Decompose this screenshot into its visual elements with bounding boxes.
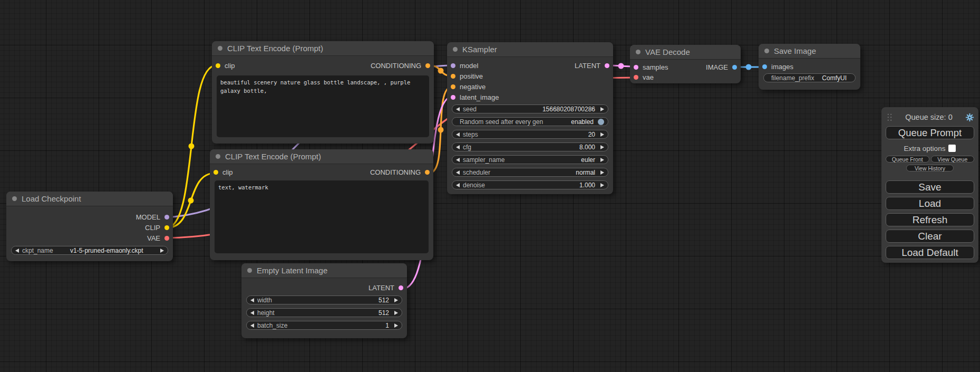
queue-front-button[interactable]: Queue Front xyxy=(886,156,929,163)
decrement-arrow-icon[interactable] xyxy=(456,183,460,187)
increment-arrow-icon[interactable] xyxy=(394,298,398,302)
input-port-samples[interactable] xyxy=(634,65,638,70)
input-label: images xyxy=(771,63,793,71)
output-port-model[interactable] xyxy=(164,215,169,220)
input-port-images[interactable] xyxy=(762,64,767,69)
node-title-bar[interactable]: CLIP Text Encode (Prompt) xyxy=(212,41,434,56)
sampler-name-widget[interactable]: sampler_name euler xyxy=(452,155,608,164)
decrement-arrow-icon[interactable] xyxy=(250,323,254,328)
widget-value: 20 xyxy=(481,131,597,138)
node-title: CLIP Text Encode (Prompt) xyxy=(227,44,323,53)
node-clip-text-encode-positive[interactable]: CLIP Text Encode (Prompt) clip CONDITION… xyxy=(212,41,434,144)
input-port-clip[interactable] xyxy=(214,170,218,175)
extra-options-checkbox[interactable] xyxy=(948,145,956,152)
clear-button[interactable]: Clear xyxy=(886,230,974,243)
input-port-vae[interactable] xyxy=(634,75,638,80)
collapse-dot-icon[interactable] xyxy=(636,50,641,54)
output-port-latent[interactable] xyxy=(605,63,609,68)
node-clip-text-encode-negative[interactable]: CLIP Text Encode (Prompt) clip CONDITION… xyxy=(210,149,433,260)
increment-arrow-icon[interactable] xyxy=(600,158,604,162)
cfg-widget[interactable]: cfg 8.000 xyxy=(452,142,608,151)
load-button[interactable]: Load xyxy=(886,197,974,210)
node-title-bar[interactable]: CLIP Text Encode (Prompt) xyxy=(210,149,433,164)
input-port-latent-image[interactable] xyxy=(451,95,455,100)
decrement-arrow-icon[interactable] xyxy=(456,145,460,149)
view-history-button[interactable]: View History xyxy=(906,165,954,171)
collapse-dot-icon[interactable] xyxy=(216,154,220,159)
output-port-latent[interactable] xyxy=(399,285,403,290)
node-vae-decode[interactable]: VAE Decode samples IMAGE vae xyxy=(630,45,741,83)
output-label: LATENT xyxy=(368,284,394,292)
drag-handle-icon[interactable] xyxy=(887,113,892,122)
widget-value: 512 xyxy=(275,297,391,304)
widget-label: denoise xyxy=(463,182,485,189)
prompt-text-area[interactable]: text, watermark xyxy=(215,180,429,253)
height-widget[interactable]: height 512 xyxy=(246,308,402,317)
prompt-text-area[interactable]: beautiful scenery nature glass bottle la… xyxy=(217,75,429,137)
link-midpoint-dot xyxy=(438,68,444,74)
decrement-arrow-icon[interactable] xyxy=(250,298,254,302)
input-label: negative xyxy=(460,83,486,91)
widget-label: height xyxy=(257,309,275,317)
widget-value: 1.000 xyxy=(488,182,597,189)
increment-arrow-icon[interactable] xyxy=(600,183,604,187)
toggle-dot-icon[interactable] xyxy=(598,119,604,125)
scheduler-widget[interactable]: scheduler normal xyxy=(452,168,608,177)
collapse-dot-icon[interactable] xyxy=(12,196,17,201)
increment-arrow-icon[interactable] xyxy=(394,311,398,315)
output-port-vae[interactable] xyxy=(164,236,169,241)
collapse-dot-icon[interactable] xyxy=(218,46,222,51)
decrement-arrow-icon[interactable] xyxy=(456,132,460,137)
filename-prefix-widget[interactable]: filename_prefix ComfyUI xyxy=(763,73,856,82)
increment-arrow-icon[interactable] xyxy=(600,132,604,137)
output-port-clip[interactable] xyxy=(164,225,169,230)
view-queue-button[interactable]: View Queue xyxy=(931,156,975,163)
input-port-clip[interactable] xyxy=(216,63,220,68)
save-button[interactable]: Save xyxy=(886,180,974,194)
decrement-arrow-icon[interactable] xyxy=(15,249,19,253)
output-port-conditioning[interactable] xyxy=(425,63,430,68)
widget-value: 512 xyxy=(278,309,391,317)
collapse-dot-icon[interactable] xyxy=(247,268,252,273)
input-port-negative[interactable] xyxy=(451,84,455,89)
settings-gear-icon[interactable] xyxy=(965,113,974,122)
node-title-bar[interactable]: VAE Decode xyxy=(630,45,741,60)
decrement-arrow-icon[interactable] xyxy=(456,107,460,111)
refresh-button[interactable]: Refresh xyxy=(886,213,974,226)
increment-arrow-icon[interactable] xyxy=(394,323,398,328)
input-port-model[interactable] xyxy=(451,63,455,68)
node-title-bar[interactable]: Load Checkpoint xyxy=(6,192,173,206)
input-port-positive[interactable] xyxy=(451,74,455,79)
increment-arrow-icon[interactable] xyxy=(600,107,604,111)
steps-widget[interactable]: steps 20 xyxy=(452,130,608,139)
decrement-arrow-icon[interactable] xyxy=(456,158,460,162)
collapse-dot-icon[interactable] xyxy=(453,47,458,52)
decrement-arrow-icon[interactable] xyxy=(250,311,254,315)
link-midpoint-dot xyxy=(618,63,624,69)
ckpt-name-widget[interactable]: ckpt_name v1-5-pruned-emaonly.ckpt xyxy=(11,246,168,255)
batch-size-widget[interactable]: batch_size 1 xyxy=(246,321,402,330)
node-ksampler[interactable]: KSampler model LATENT positive negative … xyxy=(447,42,613,194)
increment-arrow-icon[interactable] xyxy=(600,170,604,175)
node-title-bar[interactable]: Empty Latent Image xyxy=(241,263,407,278)
queue-prompt-button[interactable]: Queue Prompt xyxy=(886,126,974,139)
node-empty-latent-image[interactable]: Empty Latent Image LATENT width 512 heig… xyxy=(241,263,407,338)
increment-arrow-icon[interactable] xyxy=(160,249,164,253)
node-load-checkpoint[interactable]: Load Checkpoint MODEL CLIP VAE ckpt_name… xyxy=(6,192,173,261)
comfyui-canvas[interactable]: { "colors": { "model": "#B39DDB", "clip"… xyxy=(0,0,980,372)
widget-value: 8.000 xyxy=(474,144,597,151)
collapse-dot-icon[interactable] xyxy=(764,49,769,53)
output-port-image[interactable] xyxy=(732,65,737,70)
random-seed-toggle-widget[interactable]: Random seed after every gen enabled xyxy=(452,117,608,126)
widget-label: sampler_name xyxy=(463,156,504,164)
decrement-arrow-icon[interactable] xyxy=(456,170,460,175)
node-title-bar[interactable]: KSampler xyxy=(447,42,613,57)
denoise-widget[interactable]: denoise 1.000 xyxy=(452,180,608,189)
width-widget[interactable]: width 512 xyxy=(246,295,402,304)
load-default-button[interactable]: Load Default xyxy=(886,246,974,259)
output-port-conditioning[interactable] xyxy=(425,170,430,175)
node-title-bar[interactable]: Save Image xyxy=(759,44,860,59)
seed-widget[interactable]: seed 156680208700286 xyxy=(452,104,608,113)
increment-arrow-icon[interactable] xyxy=(600,145,604,149)
node-save-image[interactable]: Save Image images filename_prefix ComfyU… xyxy=(759,44,860,90)
